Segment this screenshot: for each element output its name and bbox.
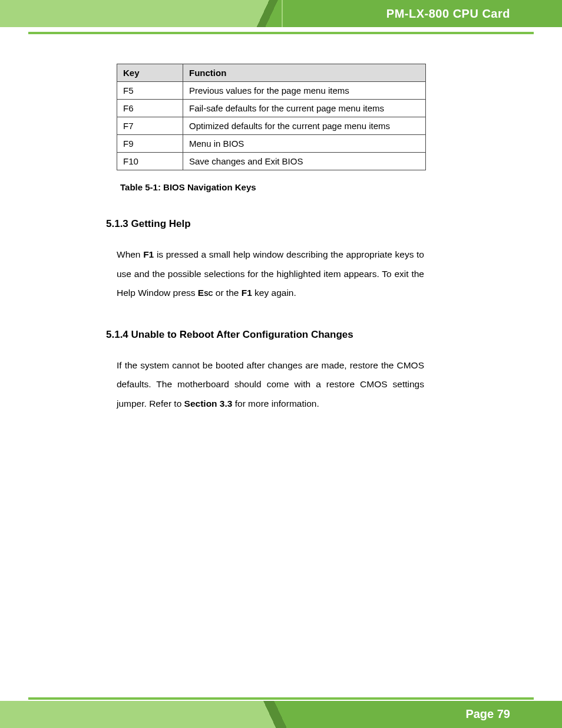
cell-key: F10 <box>117 153 183 170</box>
th-function: Function <box>183 64 426 82</box>
footer-slash-icon <box>253 701 295 728</box>
section-paragraph: If the system cannot be booted after cha… <box>117 356 424 414</box>
cell-function: Optimized defaults for the current page … <box>183 117 426 135</box>
text: When <box>117 249 143 259</box>
header-slash-icon <box>246 0 282 27</box>
cell-function: Save changes and Exit BIOS <box>183 153 426 170</box>
page-footer: Page 79 <box>0 693 562 728</box>
cell-function: Fail-safe defaults for the current page … <box>183 100 426 117</box>
bios-keys-table: Key Function F5 Previous values for the … <box>117 64 426 170</box>
key-f1: F1 <box>143 249 154 259</box>
text: or the <box>213 288 241 298</box>
section-unable-reboot: 5.1.4 Unable to Reboot After Configurati… <box>106 329 429 414</box>
cell-key: F7 <box>117 117 183 135</box>
th-key: Key <box>117 64 183 82</box>
table-row: F5 Previous values for the page menu ite… <box>117 82 426 100</box>
footer-accent-line <box>28 697 534 700</box>
text: key again. <box>252 288 296 298</box>
page-header: PM-LX-800 CPU Card <box>0 0 562 27</box>
table-row: F7 Optimized defaults for the current pa… <box>117 117 426 135</box>
table-header-row: Key Function <box>117 64 426 82</box>
section-getting-help: 5.1.3 Getting Help When F1 is pressed a … <box>106 218 429 303</box>
header-accent-line <box>28 32 534 34</box>
page-content: Key Function F5 Previous values for the … <box>117 64 429 413</box>
table-row: F9 Menu in BIOS <box>117 135 426 153</box>
document-title: PM-LX-800 CPU Card <box>386 7 510 21</box>
footer-bar-light <box>0 701 283 728</box>
ref-section: Section 3.3 <box>184 398 233 409</box>
page-number: Page 79 <box>465 707 510 721</box>
section-heading: 5.1.4 Unable to Reboot After Configurati… <box>106 329 429 341</box>
cell-key: F5 <box>117 82 183 100</box>
table-row: F10 Save changes and Exit BIOS <box>117 153 426 170</box>
cell-function: Menu in BIOS <box>183 135 426 153</box>
header-bar-light <box>0 0 283 27</box>
key-esc: Esc <box>198 288 213 298</box>
cell-key: F6 <box>117 100 183 117</box>
text: for more information. <box>232 398 319 409</box>
section-paragraph: When F1 is pressed a small help window d… <box>117 245 424 303</box>
section-heading: 5.1.3 Getting Help <box>106 218 429 230</box>
cell-key: F9 <box>117 135 183 153</box>
table-row: F6 Fail-safe defaults for the current pa… <box>117 100 426 117</box>
key-f1: F1 <box>242 288 252 298</box>
cell-function: Previous values for the page menu items <box>183 82 426 100</box>
table-caption: Table 5-1: BIOS Navigation Keys <box>120 182 429 192</box>
